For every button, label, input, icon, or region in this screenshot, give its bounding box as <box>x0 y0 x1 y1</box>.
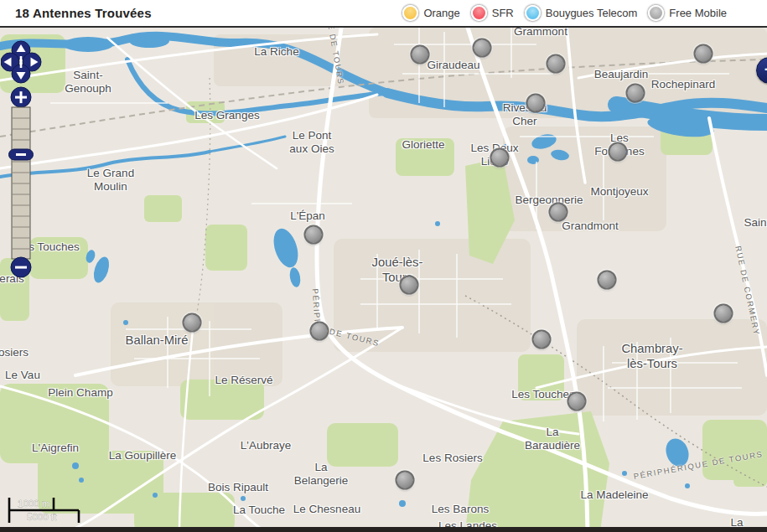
pan-center-bar <box>20 56 23 68</box>
place-label: Bergeonnerie <box>515 194 583 207</box>
antenna-marker[interactable] <box>532 330 552 349</box>
results-count: 18 Antennes Trouvées <box>15 6 152 20</box>
legend-label-orange: Orange <box>423 7 459 19</box>
place-label: osiers <box>0 346 29 359</box>
antenna-marker[interactable] <box>183 313 202 333</box>
place-label: Giraudeau <box>427 59 479 72</box>
place-label: L'Épan <box>290 209 325 223</box>
header-bar: 18 Antennes Trouvées OrangeSFRBouygues T… <box>0 0 767 28</box>
orange-marker-icon <box>402 5 418 21</box>
legend-label-free-mobile: Free Mobile <box>669 7 727 19</box>
pan-control <box>1 41 41 83</box>
map-canvas[interactable]: E DE TOURSPÉRIPHÉUE DE TOURSRUE DE CORME… <box>0 28 767 532</box>
place-label: Montjoyeux <box>590 185 648 199</box>
place-label: L'Aubraye <box>241 439 291 452</box>
place-label: Saint <box>744 216 767 230</box>
minus-icon <box>16 153 26 156</box>
place-label: Plein Champ <box>48 386 112 400</box>
place-label: Les Rosiers <box>422 452 482 465</box>
antenna-marker[interactable] <box>490 148 510 168</box>
legend-label-bouygues-telecom: Bouygues Telecom <box>546 7 638 19</box>
place-label: Bois Ripault <box>208 481 268 494</box>
pan-zoom-control <box>1 39 42 284</box>
place-label: Beaujardin <box>594 68 649 81</box>
legend-item-orange[interactable]: Orange <box>402 5 459 21</box>
antenna-marker[interactable] <box>626 84 645 103</box>
place-label: L'Aigrefin <box>32 442 79 455</box>
antenna-marker[interactable] <box>598 271 617 290</box>
antenna-marker[interactable] <box>549 203 568 222</box>
legend-item-free-mobile[interactable]: Free Mobile <box>648 5 727 21</box>
place-label: Le Réservé <box>215 374 272 387</box>
place-label: La Touche <box>233 504 285 517</box>
antenna-marker[interactable] <box>714 304 733 323</box>
antenna-marker[interactable] <box>694 44 713 64</box>
antenna-marker[interactable] <box>526 94 546 113</box>
legend-label-sfr: SFR <box>492 7 514 19</box>
place-label: Grandmont <box>562 220 619 233</box>
place-labels-layer: GrammontLa RicheGiraudeauBeaujardinRoche… <box>0 28 767 532</box>
place-label: Le Grand Moulin <box>87 167 134 194</box>
antenna-marker[interactable] <box>400 276 419 295</box>
antenna-marker[interactable] <box>609 142 628 162</box>
place-label: Le Vau <box>5 369 40 382</box>
legend-item-bouygues-telecom[interactable]: Bouygues Telecom <box>525 5 638 21</box>
place-label: La Riche <box>254 45 298 59</box>
place-label: Rochepinard <box>651 78 716 91</box>
place-label: Les Touches <box>511 388 575 401</box>
antenna-marker[interactable] <box>304 225 324 245</box>
place-label: Gloriette <box>402 138 444 152</box>
free-mobile-marker-icon <box>648 5 664 21</box>
place-label: La Madeleine <box>580 488 648 502</box>
antenna-marker[interactable] <box>567 392 587 411</box>
place-label: Le Pont aux Oies <box>289 129 334 157</box>
plus-icon <box>20 91 23 103</box>
place-label: La Goupillère <box>109 449 176 462</box>
place-label: Les Granges <box>194 109 259 122</box>
sfr-marker-icon <box>471 5 487 21</box>
place-label: Les Barons <box>432 503 489 516</box>
legend-item-sfr[interactable]: SFR <box>471 5 514 21</box>
place-label: Saint- Genouph <box>65 69 111 96</box>
place-label: Chambray- lès-Tours <box>621 341 682 371</box>
antenna-marker[interactable] <box>473 39 492 58</box>
place-label: Le Chesneau <box>293 503 360 516</box>
antenna-marker[interactable] <box>396 471 415 490</box>
legend: OrangeSFRBouygues TelecomFree Mobile <box>402 5 727 21</box>
antenna-marker[interactable] <box>310 322 329 341</box>
antenna-marker[interactable] <box>411 45 430 65</box>
footer-edge <box>0 527 767 532</box>
place-label: La Belangerie <box>294 461 349 488</box>
minus-icon <box>15 266 27 269</box>
place-label: Grammont <box>514 28 567 39</box>
antenna-marker[interactable] <box>547 54 566 74</box>
place-label: Ballan-Miré <box>126 333 189 348</box>
place-label: La Baraudière <box>525 426 580 453</box>
bouygues-telecom-marker-icon <box>525 5 541 21</box>
zoom-bar <box>9 87 34 277</box>
